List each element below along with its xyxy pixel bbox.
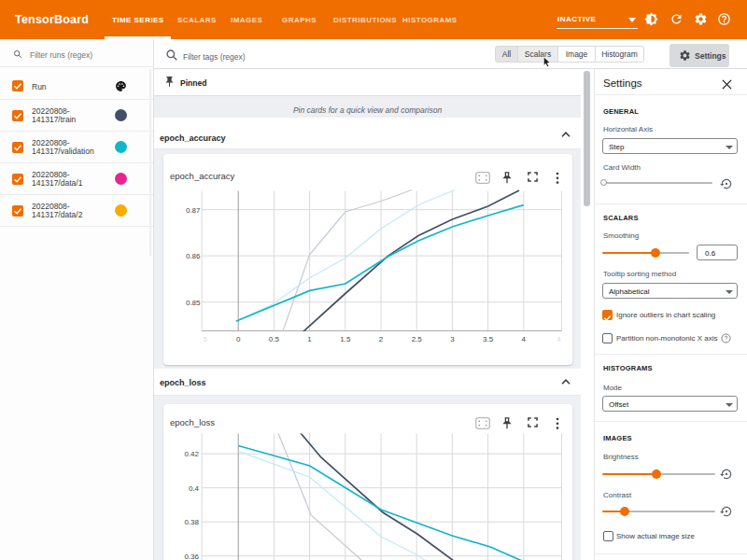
svg-text:5: 5 bbox=[203, 335, 207, 343]
svg-text:0.38: 0.38 bbox=[184, 518, 199, 526]
svg-text:0.42: 0.42 bbox=[184, 450, 199, 458]
svg-text:3: 3 bbox=[450, 335, 455, 343]
svg-text:4: 4 bbox=[557, 335, 561, 343]
svg-text:0.36: 0.36 bbox=[184, 553, 199, 560]
svg-text:0.85: 0.85 bbox=[186, 299, 201, 307]
svg-text:2: 2 bbox=[379, 335, 384, 343]
svg-text:1.5: 1.5 bbox=[340, 335, 351, 343]
svg-text:0.87: 0.87 bbox=[186, 206, 201, 215]
svg-text:4: 4 bbox=[522, 335, 527, 343]
svg-text:1: 1 bbox=[307, 335, 312, 343]
svg-text:0.86: 0.86 bbox=[186, 252, 201, 260]
svg-text:3.5: 3.5 bbox=[483, 335, 494, 343]
svg-text:0.4: 0.4 bbox=[189, 484, 200, 493]
svg-text:0.5: 0.5 bbox=[269, 335, 280, 343]
svg-text:0: 0 bbox=[236, 335, 241, 343]
svg-text:2.5: 2.5 bbox=[412, 335, 423, 343]
